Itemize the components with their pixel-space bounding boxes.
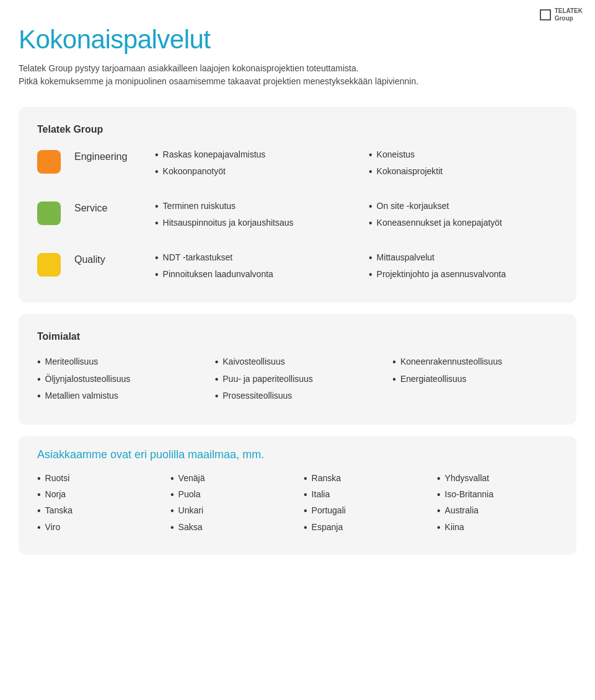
list-item: Puola xyxy=(170,489,291,502)
list-item: Espanja xyxy=(304,521,425,534)
list-item: Kaivosteollisuus xyxy=(215,356,381,369)
list-item: Australia xyxy=(437,505,558,518)
list-item: Raskas konepajavalmistus xyxy=(155,149,344,162)
list-item: Meriteollisuus xyxy=(37,356,203,369)
service-row: Service Terminen ruiskutus Hitsauspinnoi… xyxy=(37,200,558,234)
list-item: Hitsauspinnoitus ja korjaushitsaus xyxy=(155,217,344,230)
engineering-row: Engineering Raskas konepajavalmistus Kok… xyxy=(37,149,558,183)
toimialat-grid: Meriteollisuus Öljynjalostusteollisuus M… xyxy=(37,356,558,407)
list-item: Terminen ruiskutus xyxy=(155,200,344,213)
toimialat-card: Toimialat Meriteollisuus Öljynjalostuste… xyxy=(19,314,576,424)
list-item: Kokonaisprojektit xyxy=(369,166,558,179)
list-item: Metallien valmistus xyxy=(37,390,203,403)
list-item: Puu- ja paperiteollisuus xyxy=(215,373,381,386)
quality-bullets: NDT -tarkastukset Pinnoituksen laadunval… xyxy=(155,252,558,286)
list-item: Energiateollisuus xyxy=(392,373,558,386)
service-col1: Terminen ruiskutus Hitsauspinnoitus ja k… xyxy=(155,200,344,234)
page-title: Kokonaispalvelut xyxy=(19,25,576,55)
engineering-label: Engineering xyxy=(74,151,136,162)
list-item: Ruotsi xyxy=(37,472,158,485)
list-item: Viro xyxy=(37,521,158,534)
list-item: Kiina xyxy=(437,521,558,534)
list-item: Italia xyxy=(304,489,425,502)
countries-col3: Ranska Italia Portugali Espanja xyxy=(304,472,425,538)
subtitle: Telatek Group pystyy tarjoamaan asiakkai… xyxy=(19,62,440,88)
service-label: Service xyxy=(74,203,136,214)
list-item: Koneenrakennusteollisuus xyxy=(392,356,558,369)
list-item: Yhdysvallat xyxy=(437,472,558,485)
countries-col4: Yhdysvallat Iso-Britannia Australia Kiin… xyxy=(437,472,558,538)
asiakkaamme-card: Asiakkaamme ovat eri puolilla maailmaa, … xyxy=(19,436,576,556)
list-item: Pinnoituksen laadunvalvonta xyxy=(155,268,344,281)
list-item: Koneasennukset ja konepajatyöt xyxy=(369,217,558,230)
engineering-col1: Raskas konepajavalmistus Kokoonpanotyöt xyxy=(155,149,344,183)
quality-icon xyxy=(37,253,61,277)
toimialat-col1: Meriteollisuus Öljynjalostusteollisuus M… xyxy=(37,356,203,407)
list-item: Öljynjalostusteollisuus xyxy=(37,373,203,386)
list-item: Portugali xyxy=(304,505,425,518)
toimialat-col2: Kaivosteollisuus Puu- ja paperiteollisuu… xyxy=(215,356,381,407)
toimialat-title: Toimialat xyxy=(37,331,558,342)
list-item: Mittauspalvelut xyxy=(369,252,558,265)
engineering-col2: Koneistus Kokonaisprojektit xyxy=(369,149,558,183)
telatek-group-title: Telatek Group xyxy=(37,124,558,135)
list-item: Prosessiteollisuus xyxy=(215,390,381,403)
engineering-bullets: Raskas konepajavalmistus Kokoonpanotyöt … xyxy=(155,149,558,183)
list-item: Venäjä xyxy=(170,472,291,485)
list-item: Tanska xyxy=(37,505,158,518)
quality-col1: NDT -tarkastukset Pinnoituksen laadunval… xyxy=(155,252,344,286)
list-item: Koneistus xyxy=(369,149,558,162)
countries-col2: Venäjä Puola Unkari Saksa xyxy=(170,472,291,538)
list-item: Saksa xyxy=(170,521,291,534)
list-item: Kokoonpanotyöt xyxy=(155,166,344,179)
list-item: On site -korjaukset xyxy=(369,200,558,213)
quality-col2: Mittauspalvelut Projektinjohto ja asennu… xyxy=(369,252,558,286)
list-item: Unkari xyxy=(170,505,291,518)
telatek-group-card: Telatek Group Engineering Raskas konepaj… xyxy=(19,107,576,303)
engineering-icon xyxy=(37,150,61,174)
logo-icon xyxy=(540,9,551,20)
list-item: Iso-Britannia xyxy=(437,489,558,502)
list-item: Ranska xyxy=(304,472,425,485)
service-col2: On site -korjaukset Koneasennukset ja ko… xyxy=(369,200,558,234)
service-icon xyxy=(37,202,61,225)
service-bullets: Terminen ruiskutus Hitsauspinnoitus ja k… xyxy=(155,200,558,234)
logo: TELATEK Group xyxy=(540,7,583,22)
asiakkaamme-title: Asiakkaamme ovat eri puolilla maailmaa, … xyxy=(37,448,558,461)
quality-label: Quality xyxy=(74,254,136,265)
toimialat-col3: Koneenrakennusteollisuus Energiateollisu… xyxy=(392,356,558,407)
list-item: NDT -tarkastukset xyxy=(155,252,344,265)
list-item: Norja xyxy=(37,489,158,502)
list-item: Projektinjohto ja asennusvalvonta xyxy=(369,268,558,281)
countries-grid: Ruotsi Norja Tanska Viro Venäjä Puola Un… xyxy=(37,472,558,538)
countries-col1: Ruotsi Norja Tanska Viro xyxy=(37,472,158,538)
quality-row: Quality NDT -tarkastukset Pinnoituksen l… xyxy=(37,252,558,286)
logo-text: TELATEK Group xyxy=(555,7,583,22)
